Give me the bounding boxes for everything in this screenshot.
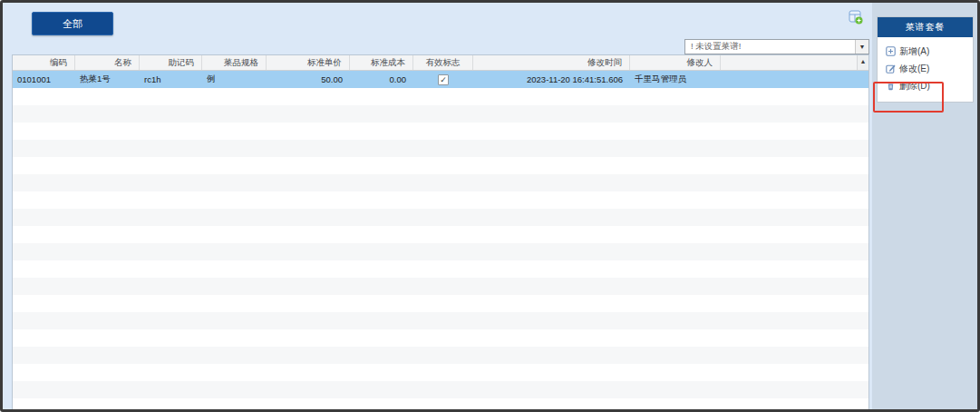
cell-modified-time: 2023-11-20 16:41:51.606 xyxy=(473,71,630,88)
menu-item-edit-label: 修改(E) xyxy=(899,63,929,75)
col-header-modified-by[interactable]: 修改人 xyxy=(630,55,721,70)
menu-item-delete-label: 删除(D) xyxy=(899,80,930,93)
cell-mnemonic: rc1h xyxy=(140,71,202,88)
delete-icon xyxy=(886,81,896,91)
chevron-down-icon[interactable]: ▼ xyxy=(855,40,868,54)
cell-code: 0101001 xyxy=(13,71,75,88)
filter-all-button[interactable]: 全部 xyxy=(32,12,113,35)
cell-name: 热菜1号 xyxy=(75,71,140,88)
col-header-code[interactable]: 编码 xyxy=(13,55,75,70)
cell-filler xyxy=(721,71,868,88)
add-icon xyxy=(886,46,896,56)
menu-item-add[interactable]: 新增(A) xyxy=(878,43,973,60)
grid-body: 0101001 热菜1号 rc1h 例 50.00 0.00 ✓ 2023-11… xyxy=(13,71,868,409)
scrollbar-up-icon[interactable]: ▲ xyxy=(857,55,868,70)
col-header-mnemonic[interactable]: 助记码 xyxy=(140,55,202,70)
right-action-column: 菜谱套餐 新增(A) 修改(E) xyxy=(872,3,977,409)
cell-valid-flag: ✓ xyxy=(413,71,473,88)
col-header-unit-price[interactable]: 标准单价 xyxy=(267,55,350,70)
dish-grid: 编码 名称 助记码 菜品规格 标准单价 标准成本 有效标志 修改时间 修改人 ▲… xyxy=(12,54,869,409)
valid-flag-checkbox[interactable]: ✓ xyxy=(438,74,449,85)
col-header-modified-time[interactable]: 修改时间 xyxy=(473,55,630,70)
menu-warning-dropdown[interactable]: ! 未设置菜谱! ▼ xyxy=(684,39,869,54)
menu-item-add-label: 新增(A) xyxy=(899,45,929,58)
col-header-cost[interactable]: 标准成本 xyxy=(350,55,413,70)
col-header-spec[interactable]: 菜品规格 xyxy=(202,55,267,70)
table-row-selected[interactable]: 0101001 热菜1号 rc1h 例 50.00 0.00 ✓ 2023-11… xyxy=(13,71,868,88)
cell-spec: 例 xyxy=(202,71,267,88)
edit-icon xyxy=(886,64,896,74)
cell-unit-price: 50.00 xyxy=(267,71,350,88)
col-header-name[interactable]: 名称 xyxy=(75,55,140,70)
menu-item-delete[interactable]: 删除(D) xyxy=(878,77,973,94)
action-panel: 菜谱套餐 新增(A) 修改(E) xyxy=(877,16,974,103)
menu-item-edit[interactable]: 修改(E) xyxy=(878,60,973,77)
app-window: 全部 ! 未设置菜谱! ▼ 编码 名称 助记码 菜品规格 标准单价 标准成本 有… xyxy=(0,0,980,412)
export-table-icon[interactable] xyxy=(849,10,863,25)
action-panel-title: 菜谱套餐 xyxy=(878,17,973,37)
menu-warning-dropdown-value: ! 未设置菜谱! xyxy=(685,41,855,53)
col-header-filler xyxy=(721,55,857,70)
col-header-valid-flag[interactable]: 有效标志 xyxy=(413,55,473,70)
grid-header-row: 编码 名称 助记码 菜品规格 标准单价 标准成本 有效标志 修改时间 修改人 ▲ xyxy=(13,55,868,71)
cell-cost: 0.00 xyxy=(350,71,413,88)
cell-modified-by: 千里马管理员 xyxy=(630,71,721,88)
